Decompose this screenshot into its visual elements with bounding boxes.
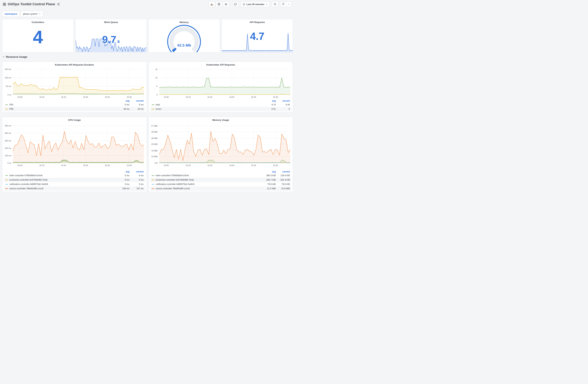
legend-series-name[interactable]: total <box>156 104 262 106</box>
y-axis-tick-label: 5 <box>156 85 157 87</box>
legend-sort-current[interactable]: current <box>129 100 144 102</box>
x-axis-tick-label: 15:25 <box>251 164 256 167</box>
legend-sort-current[interactable]: current <box>276 100 290 102</box>
time-series-plot[interactable]: 05101515:0515:1015:1515:2015:2515:30 <box>159 68 290 95</box>
x-axis-tick-label: 15:30 <box>127 164 132 167</box>
legend-series-name[interactable]: P50 <box>9 104 115 106</box>
legend-series-name[interactable]: notification-controller-6d56575dc-5w9n9 <box>9 183 115 186</box>
panel-k8s-api-requests-duration: Kubernetes API Requests Duration 0 ns50 … <box>2 62 147 112</box>
panel-title[interactable]: Kubernetes API Requests <box>149 62 293 66</box>
x-axis-tick-label: 15:25 <box>105 164 110 167</box>
refresh-interval-dropdown[interactable] <box>286 1 291 7</box>
legend-row: errors0.010 <box>150 107 292 111</box>
legend-series-name[interactable]: kustomize-controller-6c6784b468-7kzfp <box>9 179 115 181</box>
legend-sort-current[interactable]: current <box>129 171 144 173</box>
variable-label-namespace[interactable]: namespace <box>2 11 20 17</box>
panel-title[interactable]: API Requests <box>222 19 293 23</box>
panel-title[interactable]: Work Queue <box>76 19 147 23</box>
time-series-plot[interactable]: 0 ns100 ms200 ms300 ms400 ms500 ms15:051… <box>13 125 144 163</box>
legend-sort-avg[interactable]: avg <box>262 171 276 173</box>
legend-current-value: 76.6 KiB <box>276 183 290 186</box>
add-panel-button[interactable] <box>209 1 215 7</box>
x-axis-tick-label: 15:05 <box>164 96 169 98</box>
legend-current-value: 0 <box>276 108 290 110</box>
gear-icon <box>224 3 228 6</box>
charts-row-1: Kubernetes API Requests Duration 0 ns50 … <box>2 62 293 112</box>
legend-sort-avg[interactable]: avg <box>262 100 276 102</box>
work-queue-stat-value: 9.7s <box>76 34 147 44</box>
section-resource-usage[interactable]: Resource Usage <box>2 54 27 59</box>
y-axis-tick-label: 10 <box>155 77 157 79</box>
legend-row: P9948 ms43 ms <box>4 107 145 111</box>
stats-row: Controllers 4 Work Queue 9.7s Memory 42.… <box>2 19 293 53</box>
zoom-out-magnifier-icon <box>273 3 277 6</box>
panel-title[interactable]: Memory Usage <box>149 117 293 121</box>
legend-series-color <box>5 180 8 180</box>
legend-row: P505 ms5 ms <box>4 103 145 107</box>
share-icon[interactable] <box>57 3 60 6</box>
panel-title[interactable]: Kubernetes API Requests Duration <box>2 62 147 66</box>
x-axis-tick-label: 15:05 <box>17 96 22 98</box>
legend-series-name[interactable]: errors <box>156 108 262 110</box>
legend-row: helm-controller-57f9b56bbf-k24mk360.5 Ki… <box>150 173 292 178</box>
dashboard-title[interactable]: GitOps Toolkit Control Plane <box>8 2 55 6</box>
legend-avg-value: 48 ms <box>115 108 129 110</box>
x-axis-tick-label: 15:10 <box>186 96 191 98</box>
y-axis-tick-label: 0 ns <box>7 94 11 96</box>
api-requests-stat-value: 4.7 <box>222 31 293 42</box>
dashboard-variables: namespace gitops-system <box>2 11 43 17</box>
legend-series-name[interactable]: source-controller-7fb84fc985-zvsz8 <box>9 187 115 190</box>
time-range-picker[interactable]: Last 30 minutes <box>241 1 270 7</box>
legend-row: helm-controller-57f9b56bbf-k24mk5 ms4 ms <box>4 173 145 178</box>
legend-current-value: 129.4 KiB <box>276 174 290 177</box>
legend-series-name[interactable]: P99 <box>9 108 115 110</box>
legend-series-color <box>5 105 8 105</box>
legend-sort-current[interactable]: current <box>276 171 290 173</box>
refresh-icon <box>282 3 285 6</box>
time-series-plot[interactable]: 0 ns50 ms100 ms150 ms15:0515:1015:1515:2… <box>13 68 144 95</box>
legend-avg-value: 5 ms <box>115 179 129 181</box>
legend-series-name[interactable]: helm-controller-57f9b56bbf-k24mk <box>9 174 115 177</box>
y-axis-tick-label: 15 <box>155 68 157 70</box>
y-axis-tick-label: 10 MiB <box>151 155 157 158</box>
y-axis-tick-label: 100 ms <box>5 154 11 157</box>
y-axis-tick-label: 0 ns <box>7 162 11 164</box>
legend-series-color <box>152 175 154 176</box>
x-axis-tick-label: 15:10 <box>39 164 44 167</box>
chevron-down-icon <box>2 56 5 58</box>
dashboard-grid-icon[interactable] <box>3 3 6 6</box>
legend-current-value: 302.4 KiB <box>276 179 290 181</box>
chevron-down-icon <box>288 3 290 5</box>
zoom-out-time-button[interactable] <box>272 1 278 7</box>
legend-series-name[interactable]: helm-controller-57f9b56bbf-k24mk <box>156 174 262 177</box>
panel-title[interactable]: Controllers <box>2 19 74 23</box>
panel-api-requests: API Requests 4.7 <box>222 19 293 53</box>
dashboard-settings-button[interactable] <box>223 1 229 7</box>
work-queue-unit: s <box>117 39 120 44</box>
panel-title[interactable]: CPU Usage <box>2 117 147 121</box>
legend-row: kustomize-controller-6c6784b468-7kzfp284… <box>150 178 292 182</box>
legend-series-name[interactable]: kustomize-controller-6c6784b468-7kzfp <box>156 179 262 181</box>
panel-title[interactable]: Memory <box>148 19 220 23</box>
legend-row: total4.744.44 <box>150 103 292 107</box>
legend-sort-avg[interactable]: avg <box>115 100 129 102</box>
time-series-plot[interactable]: 0 B10 MiB19 MiB29 MiB38 MiB48 MiB57 MiB1… <box>159 125 290 163</box>
legend-current-value: 20.6 MiB <box>276 187 290 190</box>
legend-avg-value: 4.74 <box>262 104 276 106</box>
variable-value-dropdown[interactable]: gitops-system <box>21 11 43 17</box>
save-dashboard-button[interactable] <box>216 1 222 7</box>
legend-series-name[interactable]: source-controller-7fb84fc985-zvsz8 <box>156 187 262 190</box>
controllers-stat-value: 4 <box>2 28 74 46</box>
chart-legend: avgcurrenthelm-controller-57f9b56bbf-k24… <box>150 170 292 191</box>
legend-series-color <box>5 184 8 185</box>
cycle-view-mode-button[interactable] <box>232 1 239 7</box>
variable-selected-value: gitops-system <box>23 13 38 15</box>
refresh-button[interactable] <box>280 1 286 7</box>
legend-series-color <box>152 184 154 185</box>
dashboard-header: GitOps Toolkit Control Plane Last 30 min… <box>0 0 294 8</box>
legend-sort-avg[interactable]: avg <box>115 171 129 173</box>
legend-series-name[interactable]: notification-controller-6d56575dc-5w9n9 <box>156 183 262 186</box>
charts-row-2: CPU Usage 0 ns100 ms200 ms300 ms400 ms50… <box>2 117 293 192</box>
y-axis-tick-label: 19 MiB <box>151 149 157 152</box>
x-axis-tick-label: 15:30 <box>273 96 278 98</box>
